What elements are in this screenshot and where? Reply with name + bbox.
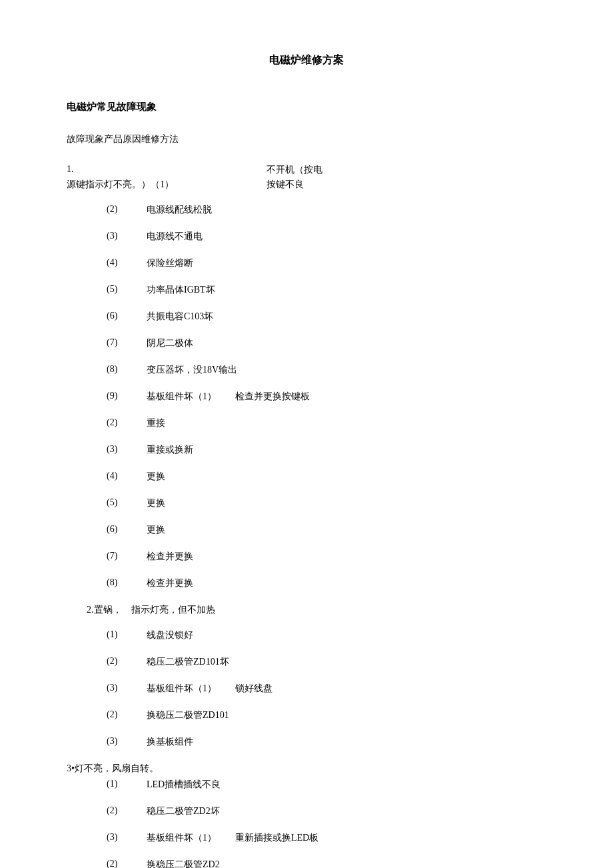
list-num: (2) [107, 805, 147, 817]
list-text: 重接或换新 [147, 444, 546, 456]
list-text: 换稳压二极管ZD101 [147, 709, 546, 721]
list-item: (2)换稳压二极管ZD2 [107, 859, 546, 868]
list-num: (6) [107, 524, 147, 536]
list-item: (3)电源线不通电 [107, 231, 546, 243]
list-item: (8)检查并更换 [107, 577, 546, 589]
list-item: (1)线盘没锁好 [107, 629, 546, 641]
list-item: (5)功率晶体IGBT坏 [107, 284, 546, 296]
list-num: (3) [107, 736, 147, 748]
list-text: 稳压二极管ZD101坏 [147, 656, 546, 668]
list-item: (8)变压器坏，没18V输出 [107, 364, 546, 376]
list-num: (2) [107, 204, 147, 216]
list-text: 基板组件坏（1） 锁好线盘 [147, 683, 546, 695]
items-a-block: (2)电源线配线松脱 (3)电源线不通电 (4)保险丝熔断 (5)功率晶体IGB… [107, 204, 546, 589]
list-item: (3)基板组件坏（1） 重新插接或换LED板 [107, 832, 546, 844]
list-item: (7)检查并更换 [107, 551, 546, 563]
list-item: (2)电源线配线松脱 [107, 204, 546, 216]
list-item: (3)换基板组件 [107, 736, 546, 748]
list-num: (5) [107, 284, 147, 296]
list-text: 电源线不通电 [147, 231, 546, 243]
section2-heading: 2.置锅， 指示灯亮，但不加热 [87, 604, 546, 616]
list-num: (3) [107, 832, 147, 844]
list-num: (3) [107, 683, 147, 695]
list-num: (6) [107, 311, 147, 323]
list-item: (3)重接或换新 [107, 444, 546, 456]
list-text: 更换 [147, 524, 546, 536]
list-item: (1)LED插槽插线不良 [107, 779, 546, 791]
list-text: 换基板组件 [147, 736, 546, 748]
list-text: LED插槽插线不良 [147, 779, 546, 791]
list-num: (4) [107, 257, 147, 269]
section3-heading: 3•灯不亮，风扇自转。 [67, 763, 546, 775]
list-num: (5) [107, 497, 147, 509]
list-item: (9)基板组件坏（1） 检查并更换按键板 [107, 391, 546, 403]
list-num: (2) [107, 709, 147, 721]
list-text: 检查并更换 [147, 577, 546, 589]
list-item: (2)稳压二极管ZD101坏 [107, 656, 546, 668]
fault1-row2-left: 源键指示灯不亮。）（1） [67, 179, 267, 191]
list-text: 共振电容C103坏 [147, 311, 546, 323]
list-item: (4)更换 [107, 471, 546, 483]
list-text: 电源线配线松脱 [147, 204, 546, 216]
list-num: (2) [107, 417, 147, 429]
list-item: (5)更换 [107, 497, 546, 509]
list-item: (2)重接 [107, 417, 546, 429]
list-text: 检查并更换 [147, 551, 546, 563]
list-item: (4)保险丝熔断 [107, 257, 546, 269]
list-num: (8) [107, 577, 147, 589]
list-num: (2) [107, 859, 147, 868]
list-item: (6)更换 [107, 524, 546, 536]
intro-line: 故障现象产品原因维修方法 [67, 132, 546, 147]
list-num: (9) [107, 391, 147, 403]
list-text: 保险丝熔断 [147, 257, 546, 269]
items-c-block: (1)LED插槽插线不良 (2)稳压二极管ZD2坏 (3)基板组件坏（1） 重新… [107, 779, 546, 868]
list-num: (7) [107, 337, 147, 349]
list-text: 线盘没锁好 [147, 629, 546, 641]
list-text: 基板组件坏（1） 检查并更换按键板 [147, 391, 546, 403]
list-item: (2)换稳压二极管ZD101 [107, 709, 546, 721]
list-text: 阴尼二极体 [147, 337, 546, 349]
list-text: 更换 [147, 497, 546, 509]
list-item: (2)稳压二极管ZD2坏 [107, 805, 546, 817]
list-text: 变压器坏，没18V输出 [147, 364, 546, 376]
list-num: (1) [107, 779, 147, 791]
list-text: 换稳压二极管ZD2 [147, 859, 546, 868]
list-text: 更换 [147, 471, 546, 483]
document-subtitle: 电磁炉常见故障现象 [67, 101, 546, 113]
list-num: (8) [107, 364, 147, 376]
list-item: (6)共振电容C103坏 [107, 311, 546, 323]
fault1-row2-right: 按键不良 [267, 179, 546, 191]
document-page: 电磁炉维修方案 电磁炉常见故障现象 故障现象产品原因维修方法 1. 不开机（按电… [0, 0, 613, 868]
list-text: 稳压二极管ZD2坏 [147, 805, 546, 817]
list-num: (2) [107, 656, 147, 668]
list-num: (3) [107, 231, 147, 243]
list-item: (7)阴尼二极体 [107, 337, 546, 349]
fault1-row1: 1. 不开机（按电 [67, 164, 546, 176]
document-title: 电磁炉维修方案 [67, 53, 546, 67]
fault1-row1-right: 不开机（按电 [267, 164, 546, 176]
list-num: (7) [107, 551, 147, 563]
fault1-row1-left: 1. [67, 164, 267, 176]
list-text: 重接 [147, 417, 546, 429]
list-text: 基板组件坏（1） 重新插接或换LED板 [147, 832, 546, 844]
items-b-block: (1)线盘没锁好 (2)稳压二极管ZD101坏 (3)基板组件坏（1） 锁好线盘… [107, 629, 546, 748]
list-num: (3) [107, 444, 147, 456]
fault1-row2: 源键指示灯不亮。）（1） 按键不良 [67, 179, 546, 191]
list-num: (4) [107, 471, 147, 483]
list-item: (3)基板组件坏（1） 锁好线盘 [107, 683, 546, 695]
list-text: 功率晶体IGBT坏 [147, 284, 546, 296]
list-num: (1) [107, 629, 147, 641]
